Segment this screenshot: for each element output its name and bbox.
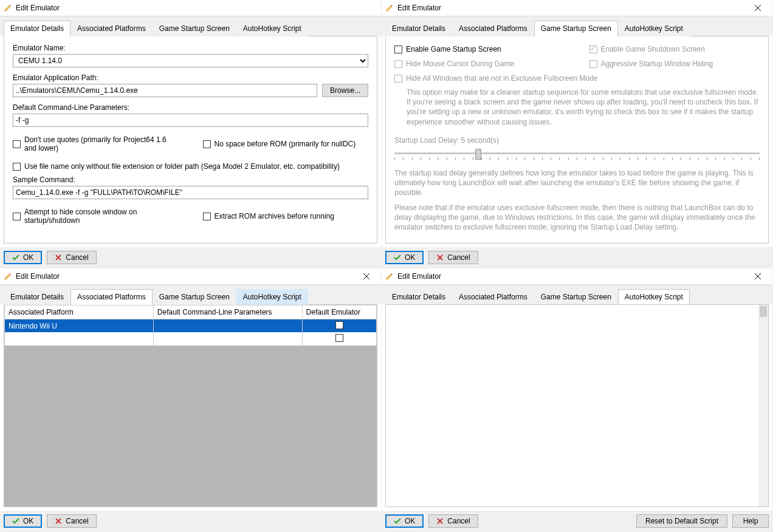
tab-content-details: Emulator Name: CEMU 1.14.0 Emulator Appl… [4, 36, 377, 244]
emulator-path-label: Emulator Application Path: [13, 73, 368, 82]
tab-emulator-details[interactable]: Emulator Details [385, 21, 452, 36]
startup-delay-help-1: The startup load delay generally defines… [394, 168, 760, 198]
tab-content-startup: Enable Game Startup Screen Enable Game S… [385, 36, 769, 244]
button-bar: OK Cancel Reset to Default Script Help [382, 511, 772, 531]
emulator-path-input[interactable] [13, 84, 317, 97]
reset-script-button[interactable]: Reset to Default Script [636, 514, 727, 528]
pencil-icon [385, 4, 394, 12]
associated-platforms-table[interactable]: Associated Platform Default Command-Line… [4, 305, 377, 506]
cancel-button[interactable]: Cancel [428, 251, 478, 264]
ok-button[interactable]: OK [385, 251, 424, 264]
filename-only-label: Use file name only without file extensio… [24, 162, 340, 171]
startup-delay-label: Startup Load Delay: 5 second(s) [394, 135, 760, 145]
tab-emulator-details[interactable]: Emulator Details [385, 289, 452, 305]
x-icon [436, 517, 444, 525]
hide-all-windows-label: Hide All Windows that are not in Exclusi… [406, 74, 597, 83]
tab-game-startup-screen[interactable]: Game Startup Screen [534, 21, 618, 36]
script-editor[interactable] [386, 305, 768, 506]
enable-startup-label: Enable Game Startup Screen [406, 45, 501, 53]
no-quotes-label: Don't use quotes (primarily for Project6… [24, 135, 179, 152]
col-header-platform[interactable]: Associated Platform [5, 305, 154, 319]
col-header-default[interactable]: Default Emulator [302, 305, 376, 319]
startup-delay-help-2: Please note that if the emulator uses ex… [394, 203, 760, 233]
cell-params[interactable] [153, 319, 302, 333]
titlebar: Edit Emulator [382, 268, 772, 284]
sample-command-output [13, 186, 368, 199]
panel-autohotkey-script: Edit Emulator Emulator Details Associate… [382, 268, 773, 532]
ok-button[interactable]: OK [4, 514, 42, 528]
button-bar: OK Cancel [0, 511, 381, 531]
tab-autohotkey-script[interactable]: AutoHotkey Script [236, 289, 308, 305]
tab-autohotkey-script[interactable]: AutoHotkey Script [618, 289, 690, 305]
table-row-empty[interactable] [5, 332, 377, 345]
window-title: Edit Emulator [397, 4, 441, 12]
no-space-label: No space before ROM (primarily for nullD… [215, 140, 356, 148]
checkmark-icon [394, 254, 401, 261]
cell-platform[interactable]: Nintendo Wii U [5, 319, 154, 333]
tab-associated-platforms[interactable]: Associated Platforms [70, 21, 153, 36]
emulator-name-select[interactable]: CEMU 1.14.0 [13, 54, 368, 67]
checkmark-icon [394, 517, 401, 525]
tabbar: Emulator Details Associated Platforms Ga… [0, 16, 381, 36]
button-bar: OK Cancel [382, 247, 772, 268]
checkmark-icon [12, 517, 19, 525]
titlebar: Edit Emulator [0, 268, 381, 284]
window-close-button[interactable] [747, 269, 769, 284]
panel-associated-platforms: Edit Emulator Emulator Details Associate… [0, 268, 382, 532]
ok-button[interactable]: OK [4, 251, 42, 264]
cell-default-checkbox[interactable] [302, 332, 376, 345]
aggressive-hide-label: Aggressive Startup Window Hiding [601, 60, 713, 68]
hide-console-checkbox[interactable]: Attempt to hide console window on startu… [13, 208, 179, 225]
titlebar: Edit Emulator [382, 0, 772, 16]
enable-startup-checkbox[interactable]: Enable Game Startup Screen [394, 45, 565, 53]
aggressive-hide-checkbox: Aggressive Startup Window Hiding [589, 60, 760, 68]
pencil-icon [4, 4, 12, 12]
cell-default-checkbox[interactable] [302, 319, 376, 333]
window-close-button[interactable] [356, 269, 377, 284]
cancel-button[interactable]: Cancel [47, 514, 96, 528]
enable-shutdown-checkbox: Enable Game Shutdown Screen [589, 45, 760, 53]
tabbar: Emulator Details Associated Platforms Ga… [0, 284, 381, 304]
tabbar: Emulator Details Associated Platforms Ga… [382, 284, 772, 304]
hide-cursor-checkbox: Hide Mouse Cursor During Game [394, 60, 565, 68]
browse-button[interactable]: Browse... [322, 84, 368, 97]
default-params-label: Default Command-Line Parameters: [13, 103, 368, 112]
ok-button[interactable]: OK [385, 514, 424, 528]
tab-associated-platforms[interactable]: Associated Platforms [70, 289, 153, 305]
default-params-input[interactable] [13, 114, 368, 127]
tab-associated-platforms[interactable]: Associated Platforms [452, 21, 534, 36]
checkmark-icon [12, 254, 19, 261]
titlebar: Edit Emulator [0, 0, 381, 16]
table-row[interactable]: Nintendo Wii U [5, 319, 377, 333]
cancel-button[interactable]: Cancel [47, 251, 96, 264]
tab-game-startup-screen[interactable]: Game Startup Screen [534, 289, 618, 305]
tab-autohotkey-script[interactable]: AutoHotkey Script [618, 21, 690, 36]
tab-emulator-details[interactable]: Emulator Details [4, 21, 70, 36]
no-quotes-checkbox[interactable]: Don't use quotes (primarily for Project6… [13, 135, 179, 152]
tab-associated-platforms[interactable]: Associated Platforms [452, 289, 534, 305]
x-icon [436, 254, 444, 261]
pencil-icon [4, 272, 12, 281]
col-header-params[interactable]: Default Command-Line Parameters [153, 305, 302, 319]
extract-rom-checkbox[interactable]: Extract ROM archives before running [203, 208, 369, 225]
cancel-button[interactable]: Cancel [428, 514, 478, 528]
help-button[interactable]: Help [732, 514, 769, 528]
tab-emulator-details[interactable]: Emulator Details [4, 289, 70, 305]
tab-autohotkey-script[interactable]: AutoHotkey Script [236, 21, 308, 36]
window-close-button[interactable] [747, 1, 769, 15]
tabbar: Emulator Details Associated Platforms Ga… [382, 16, 772, 36]
x-icon [55, 517, 62, 525]
no-space-checkbox[interactable]: No space before ROM (primarily for nullD… [203, 135, 369, 152]
tab-game-startup-screen[interactable]: Game Startup Screen [153, 21, 236, 36]
hide-all-windows-checkbox: Hide All Windows that are not in Exclusi… [394, 74, 760, 83]
hide-all-windows-help: This option may make for a cleaner start… [407, 87, 760, 127]
panel-emulator-details: Edit Emulator Emulator Details Associate… [0, 0, 382, 268]
window-title: Edit Emulator [16, 4, 60, 12]
tab-game-startup-screen[interactable]: Game Startup Screen [153, 289, 236, 305]
startup-delay-slider[interactable] [394, 148, 760, 163]
window-title: Edit Emulator [397, 272, 441, 281]
extract-rom-label: Extract ROM archives before running [215, 212, 334, 220]
filename-only-checkbox[interactable]: Use file name only without file extensio… [13, 162, 368, 171]
scrollbar-vertical[interactable] [758, 305, 768, 506]
panel-game-startup-screen: Edit Emulator Emulator Details Associate… [382, 0, 773, 268]
